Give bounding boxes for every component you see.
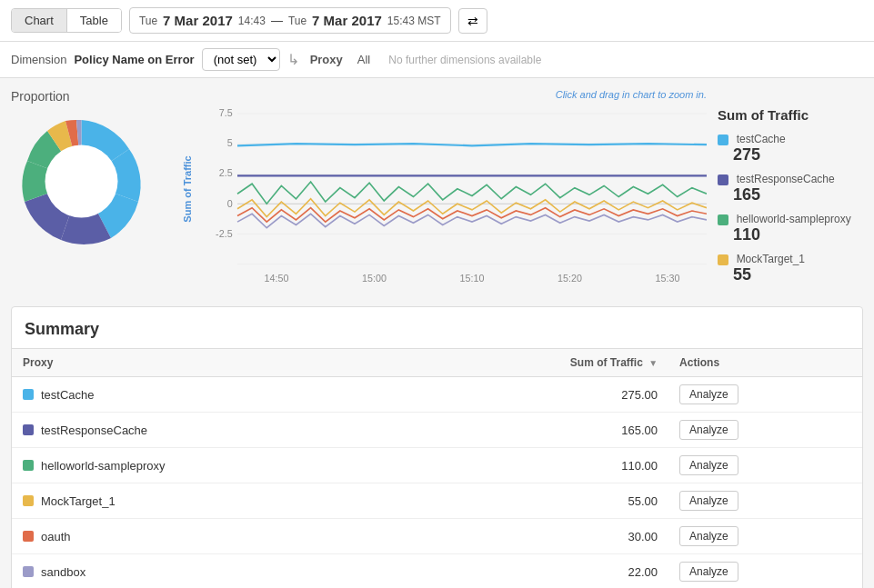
legend-item-name: testResponseCache (737, 173, 835, 185)
dimension-active: Policy Name on Error (74, 53, 194, 66)
summary-section: Summary Proxy Sum of Traffic ▼ Actions t… (11, 306, 863, 588)
actions-cell: Analyze (668, 554, 862, 589)
svg-text:15:30: 15:30 (656, 273, 680, 284)
proxy-dot (23, 424, 34, 435)
traffic-value: 55.00 (406, 483, 668, 519)
traffic-value: 22.00 (406, 554, 668, 589)
legend-item: helloworld-sampleproxy 110 (718, 212, 863, 244)
day1: Tue (139, 15, 157, 27)
proxy-name: sandbox (41, 565, 85, 579)
proxy-name: helloworld-sampleproxy (41, 459, 166, 473)
analyze-button[interactable]: Analyze (679, 420, 738, 440)
legend-item: testResponseCache 165 (718, 172, 863, 204)
legend-item: MockTarget_1 55 (718, 252, 863, 284)
main-content: Proportion (0, 78, 874, 588)
legend-item-name: MockTarget_1 (737, 253, 805, 265)
analyze-button[interactable]: Analyze (679, 491, 738, 511)
legend-title: Sum of Traffic (718, 107, 863, 123)
proxy-name: oauth (41, 530, 71, 543)
actions-cell: Analyze (668, 483, 862, 519)
swap-button[interactable]: ⇄ (458, 8, 487, 34)
dash: — (271, 14, 283, 27)
svg-text:2.5: 2.5 (219, 167, 233, 178)
col-traffic: Sum of Traffic ▼ (406, 349, 668, 377)
actions-cell: Analyze (668, 519, 862, 554)
svg-text:7.5: 7.5 (219, 107, 233, 118)
legend-item-name: helloworld-sampleproxy (737, 213, 851, 225)
dimension-link-proxy[interactable]: Proxy (306, 51, 347, 68)
svg-text:0: 0 (227, 197, 233, 208)
analyze-button[interactable]: Analyze (679, 455, 738, 475)
y-axis-label: Sum of Traffic (182, 155, 193, 222)
donut-chart (11, 111, 152, 252)
proxy-cell: helloworld-sampleproxy (12, 448, 406, 483)
legend-item-value: 165 (718, 185, 863, 204)
table-row: MockTarget_1 55.00 Analyze (12, 483, 862, 519)
tab-group: Chart Table (11, 8, 122, 33)
table-row: helloworld-sampleproxy 110.00 Analyze (12, 448, 862, 483)
proxy-dot (23, 495, 34, 506)
time1: 14:43 (238, 15, 266, 27)
date-range: Tue 7 Mar 2017 14:43 — Tue 7 Mar 2017 15… (129, 7, 451, 34)
traffic-value: 165.00 (406, 413, 668, 448)
tab-table[interactable]: Table (67, 9, 121, 32)
table-row: testCache 275.00 Analyze (12, 377, 862, 413)
proxy-name: testResponseCache (41, 424, 147, 437)
proxy-cell: testCache (12, 377, 406, 413)
top-bar: Chart Table Tue 7 Mar 2017 14:43 — Tue 7… (0, 0, 874, 42)
summary-table: Proxy Sum of Traffic ▼ Actions testCache… (12, 348, 862, 588)
legend-color (718, 214, 728, 225)
charts-row: Proportion (11, 89, 863, 292)
proxy-cell: testResponseCache (12, 413, 406, 448)
table-row: testResponseCache 165.00 Analyze (12, 413, 862, 448)
legend-item-name: testCache (737, 133, 786, 145)
legend-section: Sum of Traffic testCache 275 testRespons… (718, 89, 863, 292)
svg-text:15:20: 15:20 (558, 273, 582, 284)
sort-icon: ▼ (648, 358, 658, 368)
line-chart-svg: 7.5 5 2.5 0 -2.5 (198, 104, 707, 289)
table-row: oauth 30.00 Analyze (12, 519, 862, 554)
proxy-cell: MockTarget_1 (12, 483, 406, 519)
legend-item-value: 275 (718, 145, 863, 164)
svg-text:15:10: 15:10 (460, 273, 485, 284)
svg-text:-2.5: -2.5 (216, 228, 233, 239)
traffic-value: 110.00 (406, 448, 668, 483)
tab-chart[interactable]: Chart (12, 9, 67, 32)
date2: 7 Mar 2017 (312, 13, 382, 28)
analyze-button[interactable]: Analyze (679, 384, 738, 404)
col-proxy: Proxy (12, 349, 406, 377)
traffic-value: 275.00 (406, 377, 668, 413)
proxy-name: testCache (41, 388, 95, 402)
col-actions: Actions (668, 349, 862, 377)
actions-cell: Analyze (668, 448, 862, 483)
dimension-label: Dimension (11, 53, 66, 66)
date1: 7 Mar 2017 (163, 13, 233, 28)
legend-color (718, 135, 728, 145)
legend-item-value: 55 (718, 265, 863, 284)
svg-text:15:00: 15:00 (362, 273, 387, 284)
proxy-dot (23, 531, 34, 542)
dimension-sep-icon: ↳ (287, 51, 299, 68)
dimension-select[interactable]: (not set) (202, 48, 280, 71)
proxy-name: MockTarget_1 (41, 494, 116, 508)
svg-text:5: 5 (227, 137, 233, 148)
proxy-cell: oauth (12, 519, 406, 554)
actions-cell: Analyze (668, 377, 862, 413)
dimension-bar: Dimension Policy Name on Error (not set)… (0, 42, 874, 78)
proxy-dot (23, 389, 34, 400)
summary-title: Summary (12, 307, 862, 348)
proxy-cell: sandbox (12, 554, 406, 589)
dimension-note: No further dimensions available (388, 54, 541, 66)
legend-item-value: 110 (718, 225, 863, 244)
legend-item: testCache 275 (718, 132, 863, 164)
time2: 15:43 MST (387, 15, 441, 27)
analyze-button[interactable]: Analyze (679, 526, 738, 546)
legend-color (718, 254, 728, 265)
traffic-value: 30.00 (406, 519, 668, 554)
analyze-button[interactable]: Analyze (679, 562, 738, 582)
svg-text:14:50: 14:50 (265, 273, 289, 284)
dimension-link-all[interactable]: All (354, 51, 374, 68)
line-chart-section: Click and drag in chart to zoom in. Sum … (176, 89, 707, 289)
table-row: sandbox 22.00 Analyze (12, 554, 862, 589)
actions-cell: Analyze (668, 413, 862, 448)
